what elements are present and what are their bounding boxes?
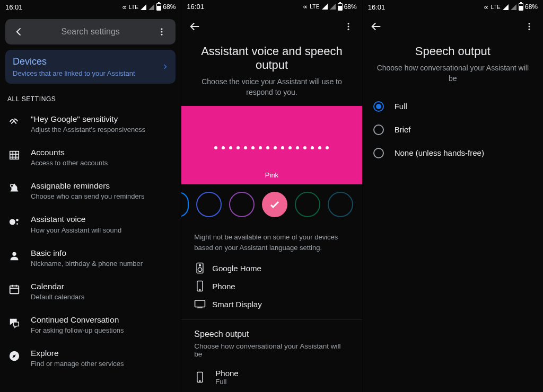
voice-option[interactable] xyxy=(328,192,353,217)
setting-assignable-reminders[interactable]: Assignable remindersChoose who can send … xyxy=(0,174,181,207)
svg-point-1 xyxy=(161,31,163,33)
page-description: Choose the voice your Assistant will use… xyxy=(181,76,362,106)
svg-point-8 xyxy=(12,252,16,255)
setting-continued-conversation[interactable]: Continued ConversationFor asking follow-… xyxy=(0,308,181,341)
search-placeholder: Search settings xyxy=(30,27,151,37)
signal-icon-2 xyxy=(511,4,516,10)
display-icon xyxy=(194,298,206,310)
svg-point-6 xyxy=(16,219,19,221)
screen-voice-output: 16:01 ∝ LTE 68% Assistant voice and spee… xyxy=(181,0,362,392)
sensitivity-icon xyxy=(7,115,21,129)
radio-brief[interactable]: Brief xyxy=(368,118,538,141)
screen-settings-list: 16:01 ∝ LTE 68% Search settings xyxy=(0,0,181,392)
voice-selector-row[interactable] xyxy=(181,184,362,225)
voice-waveform-icon xyxy=(214,146,329,149)
svg-point-2 xyxy=(161,34,163,35)
svg-point-0 xyxy=(161,28,163,30)
check-icon xyxy=(268,198,281,211)
device-availability-list: Google Home Phone Smart Display xyxy=(181,262,362,319)
overflow-button[interactable] xyxy=(151,27,172,37)
svg-point-23 xyxy=(528,26,530,28)
svg-rect-19 xyxy=(195,300,205,307)
reminder-icon xyxy=(7,182,21,195)
search-bar[interactable]: Search settings xyxy=(5,19,176,44)
phone-icon xyxy=(194,280,206,292)
status-time: 16:01 xyxy=(368,3,386,11)
devices-card[interactable]: Devices Devices that are linked to your … xyxy=(5,50,176,84)
devices-subtitle: Devices that are linked to your Assistan… xyxy=(13,69,162,77)
setting-explore[interactable]: ExploreFind or manage other services xyxy=(0,341,181,375)
speaker-icon xyxy=(194,262,206,274)
svg-point-16 xyxy=(198,268,202,271)
radio-icon xyxy=(373,148,384,158)
svg-point-7 xyxy=(16,224,18,225)
settings-list: "Hey Google" sensitivityAdjust the Assis… xyxy=(0,107,181,375)
battery-icon xyxy=(519,3,523,11)
setting-calendar[interactable]: CalendarDefault calendars xyxy=(0,274,181,308)
back-button[interactable] xyxy=(366,16,387,37)
svg-rect-3 xyxy=(10,152,19,159)
vpn-icon: ∝ xyxy=(303,3,308,11)
back-button[interactable] xyxy=(185,16,206,37)
devices-title: Devices xyxy=(13,56,162,67)
all-settings-header: ALL SETTINGS xyxy=(0,84,181,107)
voice-option[interactable] xyxy=(196,192,222,217)
battery-icon xyxy=(338,3,343,11)
setting-basic-info[interactable]: Basic infoNickname, birthday & phone num… xyxy=(0,241,181,274)
signal-icon xyxy=(141,4,146,10)
status-bar: 16:01 ∝ LTE 68% xyxy=(363,0,543,14)
svg-point-21 xyxy=(199,380,200,381)
device-phone: Phone xyxy=(194,280,268,292)
signal-icon xyxy=(503,4,509,10)
svg-point-4 xyxy=(11,184,14,188)
signal-icon xyxy=(322,4,328,10)
setting-assistant-voice[interactable]: Assistant voiceHow your Assistant will s… xyxy=(0,207,181,240)
radio-icon xyxy=(373,124,384,135)
radio-none[interactable]: None (unless hands-free) xyxy=(368,141,538,165)
back-button[interactable] xyxy=(8,26,30,37)
voice-name-label: Pink xyxy=(265,171,278,179)
phone-icon xyxy=(194,371,206,383)
svg-point-18 xyxy=(199,289,200,290)
status-time: 16:01 xyxy=(187,3,204,11)
vpn-icon: ∝ xyxy=(122,3,127,11)
svg-point-24 xyxy=(528,29,530,30)
vpn-icon: ∝ xyxy=(484,3,488,11)
network-lte: LTE xyxy=(491,4,501,10)
conversation-icon xyxy=(7,316,21,329)
voice-preview-card[interactable]: Pink xyxy=(181,106,362,184)
status-time: 16:01 xyxy=(5,3,23,11)
speech-output-options: Full Brief None (unless hands-free) xyxy=(363,93,543,167)
voice-option[interactable] xyxy=(181,192,189,217)
radio-full[interactable]: Full xyxy=(368,95,538,118)
signal-icon-2 xyxy=(330,4,336,10)
svg-point-12 xyxy=(347,25,349,27)
battery-percent: 68% xyxy=(344,3,357,11)
battery-icon xyxy=(156,3,161,11)
network-lte: LTE xyxy=(129,4,139,10)
voice-option-selected[interactable] xyxy=(262,192,287,217)
svg-point-5 xyxy=(10,219,15,225)
setting-hey-google-sensitivity[interactable]: "Hey Google" sensitivityAdjust the Assis… xyxy=(0,107,181,140)
status-bar: 16:01 ∝ LTE 68% xyxy=(0,0,181,14)
speech-output-title: Speech output xyxy=(181,320,362,342)
overflow-button[interactable] xyxy=(338,16,359,37)
speech-output-phone[interactable]: Phone Full xyxy=(181,366,362,392)
page-header xyxy=(363,14,543,39)
voice-option[interactable] xyxy=(295,192,320,217)
explore-icon xyxy=(7,349,21,363)
page-title: Assistant voice and speech output xyxy=(181,39,362,76)
chevron-right-icon xyxy=(162,61,168,72)
calendar-icon xyxy=(7,282,21,296)
radio-icon xyxy=(373,101,384,112)
battery-indicator: 68% xyxy=(338,3,357,11)
battery-percent: 68% xyxy=(525,3,538,11)
voice-option[interactable] xyxy=(229,192,255,217)
svg-point-22 xyxy=(528,23,530,24)
overflow-button[interactable] xyxy=(519,16,540,37)
setting-accounts[interactable]: AccountsAccess to other accounts xyxy=(0,140,181,174)
battery-indicator: 68% xyxy=(156,3,176,11)
svg-point-13 xyxy=(347,29,349,30)
page-description: Choose how conversational your Assistant… xyxy=(363,63,543,93)
speech-output-desc: Choose how conversational your Assistant… xyxy=(181,342,362,366)
